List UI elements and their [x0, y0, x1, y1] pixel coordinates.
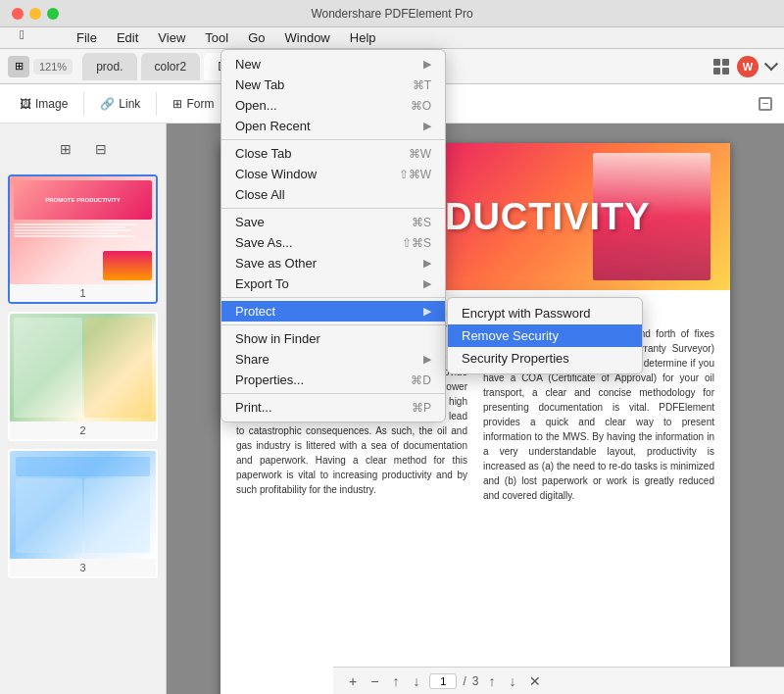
close-button[interactable]	[12, 8, 24, 20]
thumb-1-num: 1	[10, 284, 156, 302]
expand-panel-btn[interactable]	[759, 97, 772, 111]
menu-go[interactable]: Go	[240, 28, 272, 47]
sidebar: ⊞ ⊟ PROMOTE PRODUCTIVITY	[0, 124, 167, 694]
image-icon: 🖼	[20, 97, 31, 111]
zoom-level[interactable]: 121%	[33, 59, 73, 74]
sep-2	[221, 208, 445, 209]
close-bottom-btn[interactable]: ✕	[525, 673, 545, 689]
menu-new[interactable]: New ▶	[221, 54, 445, 74]
menu-share-label: Share	[235, 352, 423, 367]
user-avatar[interactable]: W	[737, 56, 759, 77]
menu-save-as-shortcut: ⇧⌘S	[402, 236, 431, 250]
image-button[interactable]: 🖼 Image	[12, 93, 75, 115]
menu-new-tab[interactable]: New Tab ⌘T	[221, 74, 445, 95]
layout-icon[interactable]: ⊞	[8, 56, 29, 77]
menu-properties-label: Properties...	[235, 372, 411, 387]
menu-new-label: New	[235, 57, 423, 72]
grid-view-icon[interactable]	[713, 59, 729, 74]
traffic-lights	[12, 8, 59, 20]
menu-save[interactable]: Save ⌘S	[221, 212, 445, 232]
form-button[interactable]: ⊞ Form	[165, 93, 221, 115]
menu-save-shortcut: ⌘S	[412, 216, 431, 229]
apple-menu[interactable]: 	[20, 27, 24, 42]
tab-color2[interactable]: color2	[141, 53, 201, 80]
menu-open-label: Open...	[235, 98, 411, 113]
submenu-security-props[interactable]: Security Properties	[448, 347, 642, 370]
menu-export-label: Export To	[235, 276, 423, 291]
total-pages: 3	[472, 674, 479, 688]
menu-close-tab-label: Close Tab	[235, 146, 409, 161]
link-button[interactable]: 🔗 Link	[92, 93, 148, 115]
page-separator: /	[463, 674, 466, 688]
menubar:  File Edit View Tool Go Window Help	[0, 27, 784, 49]
menu-close-window-shortcut: ⇧⌘W	[399, 168, 431, 181]
thumb-img-3	[10, 451, 156, 559]
menu-file[interactable]: File	[69, 28, 105, 47]
scroll-top-btn[interactable]: ↑	[388, 673, 403, 689]
page-number-input[interactable]	[429, 673, 457, 689]
menu-window[interactable]: Window	[277, 28, 338, 47]
menu-save-other[interactable]: Save as Other ▶	[221, 253, 445, 273]
menu-save-as-label: Save As...	[235, 235, 402, 250]
menu-save-as[interactable]: Save As... ⇧⌘S	[221, 232, 445, 253]
menu-save-label: Save	[235, 215, 412, 229]
tab-prod-label: prod.	[96, 60, 122, 74]
titlebar: Wondershare PDFElement Pro	[0, 0, 784, 27]
menu-properties-shortcut: ⌘D	[411, 373, 431, 387]
thumb-3-num: 3	[10, 559, 156, 576]
menu-print-shortcut: ⌘P	[412, 401, 431, 415]
add-page-btn[interactable]: +	[345, 673, 361, 689]
next-page-btn[interactable]: ↓	[505, 673, 519, 689]
protect-submenu: Encrypt with Password Remove Security Se…	[447, 297, 643, 374]
expand-icon[interactable]	[764, 57, 778, 71]
thumbnail-page-1[interactable]: PROMOTE PRODUCTIVITY 1	[8, 174, 158, 304]
menu-save-other-label: Save as Other	[235, 256, 423, 271]
menu-close-all[interactable]: Close All	[221, 184, 445, 205]
menu-protect-label: Protect	[235, 304, 423, 319]
tab-color2-label: color2	[155, 60, 187, 74]
thumbnail-page-2[interactable]: 2	[8, 312, 158, 441]
menu-share-arrow: ▶	[423, 353, 431, 366]
menu-export-to[interactable]: Export To ▶	[221, 273, 445, 294]
menu-save-other-arrow: ▶	[423, 257, 431, 270]
menu-export-arrow: ▶	[423, 277, 431, 290]
sep-4	[221, 324, 445, 325]
sidebar-controls: ⊞ ⊟	[8, 131, 158, 167]
scroll-down-btn[interactable]: ↓	[409, 673, 423, 689]
menu-protect[interactable]: Protect ▶ Encrypt with Password Remove S…	[221, 301, 445, 322]
toolbar-divider-1	[83, 92, 84, 116]
menu-close-window[interactable]: Close Window ⇧⌘W	[221, 164, 445, 184]
menu-new-tab-shortcut: ⌘T	[413, 78, 431, 92]
menu-close-tab[interactable]: Close Tab ⌘W	[221, 143, 445, 164]
sep-3	[221, 297, 445, 298]
menu-open-recent[interactable]: Open Recent ▶	[221, 116, 445, 136]
menu-open[interactable]: Open... ⌘O	[221, 95, 445, 116]
form-icon: ⊞	[172, 97, 182, 111]
submenu-remove-security[interactable]: Remove Security	[448, 324, 642, 347]
prev-page-btn[interactable]: ↑	[484, 673, 499, 689]
menu-show-finder[interactable]: Show in Finder	[221, 328, 445, 349]
menu-properties[interactable]: Properties... ⌘D	[221, 370, 445, 390]
sidebar-icon-2[interactable]: ⊟	[87, 135, 115, 163]
menu-help[interactable]: Help	[342, 28, 384, 47]
maximize-button[interactable]	[47, 8, 59, 20]
menu-close-all-label: Close All	[235, 187, 431, 202]
sidebar-icon-1[interactable]: ⊞	[52, 135, 79, 163]
thumbnail-page-3[interactable]: 3	[8, 449, 158, 578]
menu-new-arrow: ▶	[423, 58, 431, 71]
thumb-1-title: PROMOTE PRODUCTIVITY	[45, 197, 121, 203]
menu-tool[interactable]: Tool	[197, 28, 236, 47]
menu-view[interactable]: View	[150, 28, 193, 47]
submenu-encrypt[interactable]: Encrypt with Password	[448, 302, 642, 324]
menu-print[interactable]: Print... ⌘P	[221, 397, 445, 418]
minimize-button[interactable]	[29, 8, 41, 20]
menu-edit[interactable]: Edit	[109, 28, 146, 47]
menu-show-finder-label: Show in Finder	[235, 331, 431, 346]
menu-share[interactable]: Share ▶	[221, 349, 445, 370]
remove-page-btn[interactable]: −	[367, 673, 382, 689]
tab-prod[interactable]: prod.	[82, 53, 136, 80]
menu-close-tab-shortcut: ⌘W	[409, 147, 431, 161]
file-dropdown-menu: New ▶ New Tab ⌘T Open... ⌘O Open Recent …	[220, 49, 446, 422]
thumb-img-2	[10, 314, 156, 421]
app-title: Wondershare PDFElement Pro	[311, 7, 472, 21]
